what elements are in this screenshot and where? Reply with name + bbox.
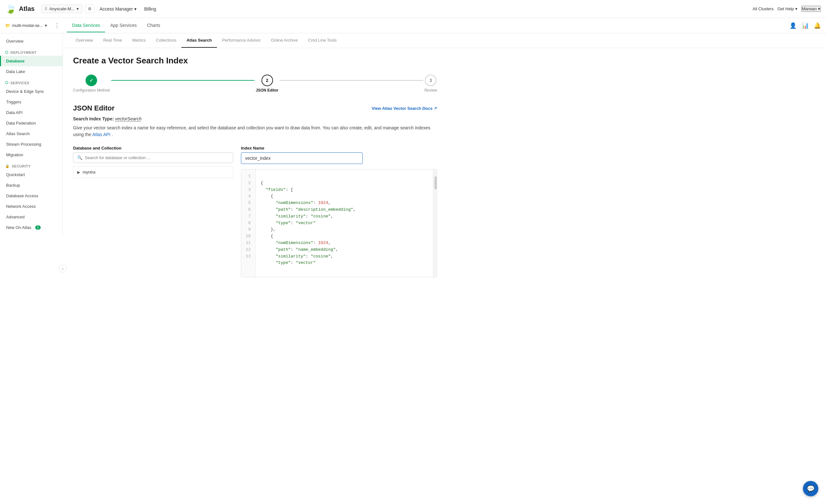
step-1-circle: ✓ [85, 75, 97, 86]
step-1-label: Configuration Method [73, 88, 110, 92]
tab-real-time[interactable]: Real Time [98, 33, 127, 48]
step-connector-1 [111, 80, 255, 81]
step-2-label: JSON Editor [256, 88, 279, 92]
sidebar-item-data-api[interactable]: Data API [0, 107, 62, 118]
tab-performance-advisor[interactable]: Performance Advisor [217, 33, 266, 48]
project-name: multi-modal-se... [12, 23, 43, 28]
logo-area: 🍃 Atlas [5, 4, 35, 14]
sidebar-item-atlas-search[interactable]: Atlas Search [0, 128, 62, 139]
sidebar-item-label: Migration [6, 152, 23, 157]
scrollbar[interactable] [433, 169, 437, 277]
chevron-down-icon: ▾ [818, 6, 820, 11]
tab-atlas-search[interactable]: Atlas Search [181, 33, 217, 48]
chevron-down-icon: ▾ [45, 23, 47, 28]
code-line-1: { [261, 181, 263, 185]
sidebar-item-data-lake[interactable]: Data Lake [0, 66, 62, 77]
help-fab-button[interactable]: 💬 [803, 481, 818, 496]
search-index-type-line: Search Index Type: vectorSearch [73, 116, 437, 121]
code-line-9: { [261, 234, 273, 239]
db-item-label: myntra [83, 170, 96, 175]
index-name-label: Index Name [241, 146, 363, 150]
index-name-group: Index Name [241, 146, 363, 164]
settings-button[interactable]: ⚙ [85, 4, 95, 13]
sidebar-item-label: New On Atlas [6, 225, 32, 230]
code-line-5: "path": "description_embedding", [261, 207, 356, 212]
sidebar-item-label: Data Federation [6, 121, 36, 126]
sidebar-item-database[interactable]: Database [0, 56, 62, 66]
index-name-input[interactable] [241, 152, 363, 164]
security-icon: 🔒 [5, 164, 10, 168]
atlas-api-link[interactable]: Atlas API [92, 132, 111, 137]
tab-cmd-line-tools[interactable]: Cmd Line Tools [303, 33, 342, 48]
search-index-type-label: Search Index Type: [73, 116, 114, 121]
sidebar-item-device-edge-sync[interactable]: Device & Edge Sync [0, 86, 62, 97]
sidebar-item-quickstart[interactable]: Quickstart [0, 169, 62, 180]
tab-collections[interactable]: Collections [151, 33, 182, 48]
tab-metrics[interactable]: Metrics [127, 33, 151, 48]
sidebar-item-migration[interactable]: Migration [0, 149, 62, 160]
sidebar-item-database-access[interactable]: Database Access [0, 191, 62, 201]
code-content[interactable]: { "fields": [ { "numDimensions": 1024, "… [256, 169, 433, 277]
sidebar-wrapper: Overview ⬡ DEPLOYMENT Database Data Lake… [0, 33, 63, 504]
user-add-icon[interactable]: 👤 [789, 22, 796, 29]
sub-nav-icons: 👤 📊 🔔 [789, 22, 821, 29]
step-3: 3 Review [424, 75, 437, 92]
sub-navigation: 📁 multi-modal-se... ▾ ⋮ Data Services Ap… [0, 18, 826, 33]
sidebar-item-stream-processing[interactable]: Stream Processing [0, 139, 62, 149]
billing-link[interactable]: Billing [141, 5, 159, 13]
description-text: Give your vector search index a name for… [73, 125, 437, 138]
sidebar-item-label: Data API [6, 110, 22, 115]
sidebar-collapse-button[interactable]: ‹ [59, 265, 67, 272]
sidebar-item-backup[interactable]: Backup [0, 180, 62, 191]
tab-charts[interactable]: Charts [142, 19, 165, 33]
line-num-7: 7 [244, 213, 253, 220]
bell-icon[interactable]: 🔔 [814, 22, 821, 29]
code-line-6: "similarity": "cosine", [261, 214, 333, 219]
line-num-1: 1 [244, 173, 253, 180]
org-selector[interactable]: ⠿ Anyscale-M... ▾ [41, 4, 82, 13]
sidebar: Overview ⬡ DEPLOYMENT Database Data Lake… [0, 33, 63, 235]
tab-overview[interactable]: Overview [70, 33, 98, 48]
main-content: Overview Real Time Metrics Collections A… [63, 33, 826, 504]
access-manager-link[interactable]: Access Manager ▾ [97, 5, 139, 13]
sidebar-item-label: Stream Processing [6, 142, 41, 147]
line-num-2: 2 [244, 180, 253, 187]
folder-icon: 📁 [5, 23, 10, 28]
step-connector-2 [280, 80, 423, 81]
user-menu-button[interactable]: Marwan ▾ [801, 6, 821, 12]
db-search-input[interactable] [85, 155, 229, 160]
chevron-right-icon: ▶ [77, 170, 80, 175]
project-selector[interactable]: 📁 multi-modal-se... ▾ [5, 23, 47, 28]
org-name: Anyscale-M... [49, 6, 75, 11]
activity-icon[interactable]: 📊 [802, 22, 809, 29]
sidebar-item-overview[interactable]: Overview [0, 36, 62, 47]
sidebar-section-security: 🔒 SECURITY [0, 160, 62, 169]
more-options-button[interactable]: ⋮ [52, 21, 62, 30]
line-num-12: 12 [244, 247, 253, 253]
all-clusters-button[interactable]: All Clusters [753, 6, 774, 11]
scrollbar-thumb [434, 176, 437, 189]
db-collection-group: Database and Collection 🔍 ▶ myntra [73, 146, 233, 178]
sidebar-item-new-on-atlas[interactable]: New On Atlas 6 [0, 222, 62, 233]
get-help-button[interactable]: Get Help ▾ [777, 6, 797, 11]
sidebar-item-triggers[interactable]: Triggers [0, 97, 62, 107]
tab-data-services[interactable]: Data Services [67, 19, 105, 33]
json-editor[interactable]: 1 2 3 4 5 6 7 8 9 10 11 [241, 169, 437, 277]
step-2: 2 JSON Editor [256, 75, 279, 92]
tab-app-services[interactable]: App Services [105, 19, 141, 33]
atlas-logo-icon: 🍃 [5, 4, 16, 14]
step-3-label: Review [424, 88, 437, 92]
search-index-type-value: vectorSearch [115, 116, 141, 121]
section-title-row: JSON Editor View Atlas Vector Search Doc… [73, 104, 437, 112]
line-num-13: 13 [244, 253, 253, 260]
editor-row: 1 2 3 4 5 6 7 8 9 10 11 [241, 169, 437, 277]
docs-link[interactable]: View Atlas Vector Search Docs ↗ [372, 106, 437, 111]
sidebar-item-label: Database Access [6, 193, 38, 198]
db-search-input-wrap[interactable]: 🔍 [73, 152, 233, 163]
db-tree-item-myntra[interactable]: ▶ myntra [73, 167, 233, 178]
sidebar-item-label: Triggers [6, 100, 21, 105]
sidebar-item-advanced[interactable]: Advanced [0, 212, 62, 222]
sidebar-item-network-access[interactable]: Network Access [0, 201, 62, 212]
tab-online-archive[interactable]: Online Archive [266, 33, 303, 48]
sidebar-item-data-federation[interactable]: Data Federation [0, 118, 62, 128]
